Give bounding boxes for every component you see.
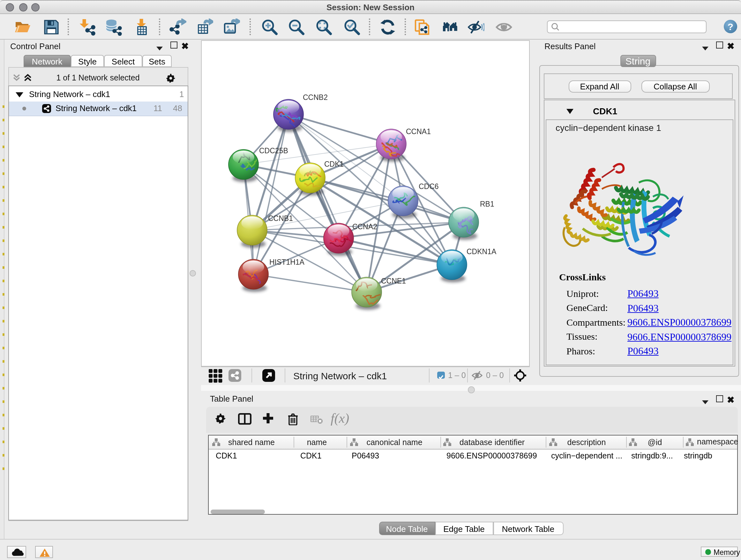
svg-text:CDC25B: CDC25B <box>259 146 288 154</box>
svg-text:CCNB1: CCNB1 <box>268 214 293 222</box>
svg-text:RB1: RB1 <box>480 199 494 208</box>
svg-text:CCNA1: CCNA1 <box>406 127 431 135</box>
svg-text:CDC6: CDC6 <box>419 182 439 190</box>
svg-text:CCNB2: CCNB2 <box>303 93 328 101</box>
svg-text:CCNE1: CCNE1 <box>381 276 406 285</box>
svg-text:CCNA2: CCNA2 <box>352 222 377 231</box>
svg-text:CDK1: CDK1 <box>324 160 344 168</box>
svg-text:CDKN1A: CDKN1A <box>467 247 496 255</box>
svg-text:HIST1H1A: HIST1H1A <box>269 258 305 266</box>
